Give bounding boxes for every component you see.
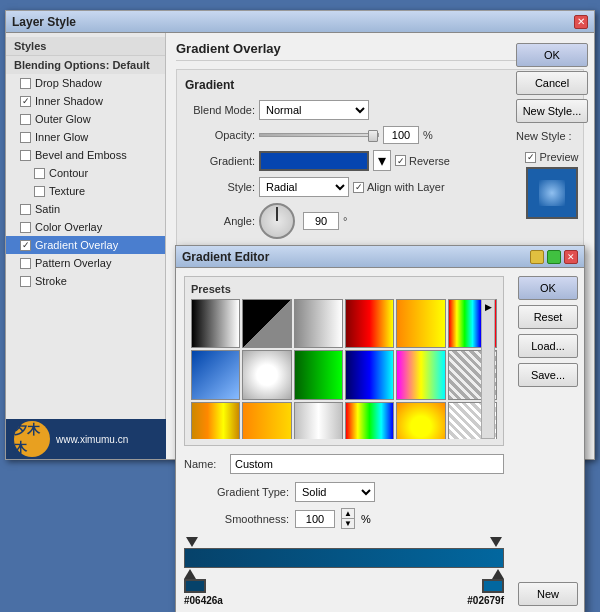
sidebar-item-inner-shadow[interactable]: ✓ Inner Shadow <box>6 92 165 110</box>
close-button[interactable]: ✕ <box>574 15 588 29</box>
blend-mode-label: Blend Mode: <box>185 104 255 116</box>
preset-13[interactable] <box>191 402 240 439</box>
sidebar-item-inner-glow[interactable]: Inner Glow <box>6 128 165 146</box>
sidebar-blending-options[interactable]: Blending Options: Default <box>6 56 165 74</box>
texture-checkbox[interactable] <box>34 186 45 197</box>
inner-glow-checkbox[interactable] <box>20 132 31 143</box>
smoothness-label: Smoothness: <box>184 513 289 525</box>
style-select[interactable]: Radial <box>259 177 349 197</box>
sidebar-item-color-overlay[interactable]: Color Overlay <box>6 218 165 236</box>
satin-checkbox[interactable] <box>20 204 31 215</box>
ok-button[interactable]: OK <box>516 43 588 67</box>
style-label: Style: <box>185 181 255 193</box>
preset-9[interactable] <box>294 350 343 399</box>
opacity-stop-right[interactable] <box>490 537 502 547</box>
presets-section: Presets <box>184 276 504 446</box>
presets-grid <box>191 299 497 439</box>
stroke-checkbox[interactable] <box>20 276 31 287</box>
ge-close-btn[interactable]: ✕ <box>564 250 578 264</box>
preset-4[interactable] <box>345 299 394 348</box>
opacity-unit: % <box>423 129 433 141</box>
preset-11[interactable] <box>396 350 445 399</box>
preset-14[interactable] <box>242 402 291 439</box>
ge-maximize-btn[interactable] <box>547 250 561 264</box>
align-layer-checkbox[interactable]: ✓ <box>353 182 364 193</box>
gradient-overlay-checkbox[interactable]: ✓ <box>20 240 31 251</box>
preset-17[interactable] <box>396 402 445 439</box>
gradient-editor-window: Gradient Editor ✕ Presets <box>175 245 585 612</box>
smoothness-input[interactable] <box>295 510 335 528</box>
right-buttons-panel: OK Cancel New Style... New Style : ✓ Pre… <box>516 43 588 219</box>
new-style-button[interactable]: New Style... <box>516 99 588 123</box>
cancel-button[interactable]: Cancel <box>516 71 588 95</box>
gradient-editor-titlebar: Gradient Editor ✕ <box>176 246 584 268</box>
preview-label-row: ✓ Preview <box>525 151 578 163</box>
preset-5[interactable] <box>396 299 445 348</box>
sidebar-item-bevel-emboss[interactable]: Bevel and Emboss <box>6 146 165 164</box>
layer-style-title: Layer Style <box>12 15 76 29</box>
contour-checkbox[interactable] <box>34 168 45 179</box>
right-color-label: #02679f <box>467 595 504 606</box>
ge-reset-button[interactable]: Reset <box>518 305 578 329</box>
left-color-stop: #06426a <box>184 579 223 606</box>
left-color-swatch[interactable] <box>184 579 206 593</box>
gradient-type-select[interactable]: Solid <box>295 482 375 502</box>
right-color-swatch[interactable] <box>482 579 504 593</box>
name-label: Name: <box>184 458 224 470</box>
inner-shadow-checkbox[interactable]: ✓ <box>20 96 31 107</box>
blend-mode-select[interactable]: Normal <box>259 100 369 120</box>
sidebar-item-gradient-overlay[interactable]: ✓ Gradient Overlay <box>6 236 165 254</box>
gradient-preview[interactable] <box>259 151 369 171</box>
sidebar-item-satin[interactable]: Satin <box>6 200 165 218</box>
ge-save-button[interactable]: Save... <box>518 363 578 387</box>
preset-10[interactable] <box>345 350 394 399</box>
pattern-overlay-checkbox[interactable] <box>20 258 31 269</box>
preset-3[interactable] <box>294 299 343 348</box>
opacity-stop-left[interactable] <box>186 537 198 547</box>
outer-glow-checkbox[interactable] <box>20 114 31 125</box>
bevel-emboss-checkbox[interactable] <box>20 150 31 161</box>
right-color-stop: #02679f <box>467 579 504 606</box>
smoothness-up[interactable]: ▲ <box>342 509 354 519</box>
color-stop-left-arrow[interactable] <box>184 569 196 579</box>
color-overlay-checkbox[interactable] <box>20 222 31 233</box>
angle-dial[interactable] <box>259 203 295 239</box>
reverse-label: ✓ Reverse <box>395 155 450 167</box>
color-stop-boxes: #06426a #02679f <box>184 579 504 606</box>
preset-15[interactable] <box>294 402 343 439</box>
preview-checkbox[interactable]: ✓ <box>525 152 536 163</box>
sidebar-item-texture[interactable]: Texture <box>6 182 165 200</box>
sidebar-item-pattern-overlay[interactable]: Pattern Overlay <box>6 254 165 272</box>
color-stop-right-arrow[interactable] <box>492 569 504 579</box>
smoothness-down[interactable]: ▼ <box>342 519 354 528</box>
preset-2[interactable] <box>242 299 291 348</box>
gradient-bar[interactable] <box>184 548 504 568</box>
ge-window-controls: ✕ <box>530 250 578 264</box>
smoothness-unit: % <box>361 513 371 525</box>
ge-ok-button[interactable]: OK <box>518 276 578 300</box>
reverse-checkbox[interactable]: ✓ <box>395 155 406 166</box>
preset-7[interactable] <box>191 350 240 399</box>
preset-8[interactable] <box>242 350 291 399</box>
ge-load-button[interactable]: Load... <box>518 334 578 358</box>
gradient-editor-right-buttons: OK Reset Load... Save... New <box>512 268 584 612</box>
ge-new-button[interactable]: New <box>518 582 578 606</box>
sidebar-item-drop-shadow[interactable]: Drop Shadow <box>6 74 165 92</box>
ge-minimize-btn[interactable] <box>530 250 544 264</box>
opacity-input[interactable] <box>383 126 419 144</box>
gradient-dropdown-btn[interactable]: ▾ <box>373 150 391 171</box>
opacity-slider[interactable] <box>259 133 379 137</box>
opacity-stops <box>184 537 504 547</box>
sidebar-styles-title: Styles <box>6 37 165 56</box>
presets-menu-btn[interactable]: ▶ <box>481 299 495 439</box>
sidebar-item-contour[interactable]: Contour <box>6 164 165 182</box>
drop-shadow-checkbox[interactable] <box>20 78 31 89</box>
angle-input[interactable] <box>303 212 339 230</box>
smoothness-stepper[interactable]: ▲ ▼ <box>341 508 355 529</box>
name-input[interactable] <box>230 454 504 474</box>
sidebar-item-stroke[interactable]: Stroke <box>6 272 165 290</box>
preset-16[interactable] <box>345 402 394 439</box>
opacity-thumb[interactable] <box>368 130 378 142</box>
sidebar-item-outer-glow[interactable]: Outer Glow <box>6 110 165 128</box>
preset-1[interactable] <box>191 299 240 348</box>
